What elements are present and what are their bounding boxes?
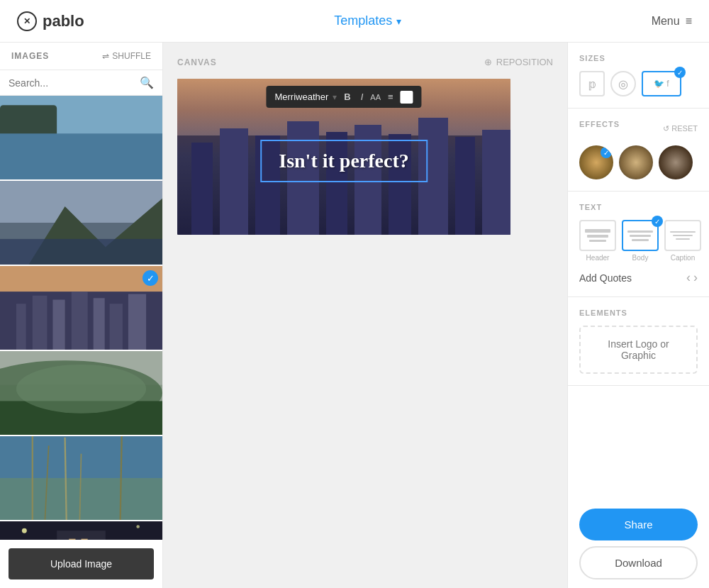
images-grid: ✓ <box>0 96 162 540</box>
bold-button[interactable]: B <box>341 90 353 104</box>
text-label-caption: Caption <box>671 254 695 262</box>
list-item[interactable] <box>0 436 162 521</box>
canvas-text: Isn't it perfect? <box>279 150 409 172</box>
text-option-caption[interactable]: Caption <box>664 220 701 262</box>
menu-button[interactable]: Menu ≡ <box>652 15 692 28</box>
font-name: Merriweather <box>274 91 328 102</box>
insert-logo-button[interactable]: Insert Logo or Graphic <box>579 326 698 374</box>
text-section: TEXT Header Body <box>568 192 709 297</box>
effect-option-1[interactable]: ✓ <box>579 145 613 179</box>
facebook-icon: f <box>666 79 669 89</box>
templates-button[interactable]: Templates ▾ <box>334 13 401 28</box>
text-line <box>630 235 651 237</box>
logo-icon: ✕ <box>17 11 37 31</box>
text-option-body[interactable]: Body ✓ <box>622 220 659 262</box>
reposition-icon: ⊕ <box>484 57 492 67</box>
text-line <box>676 238 690 240</box>
svg-point-36 <box>136 525 140 528</box>
sizes-section: SIZES 𝕡 ◎ 🐦 f <box>568 43 709 109</box>
reposition-button[interactable]: ⊕ REPOSITION <box>484 57 553 67</box>
download-label: Download <box>615 557 662 569</box>
image-city <box>0 266 162 350</box>
svg-rect-2 <box>0 133 162 179</box>
text-line <box>673 235 693 236</box>
text-options: Header Body ✓ <box>579 220 698 262</box>
svg-rect-23 <box>0 478 162 520</box>
quotes-next-button[interactable]: › <box>693 270 698 285</box>
text-label-header: Header <box>586 254 610 262</box>
svg-rect-31 <box>69 539 75 540</box>
twitter-bird-icon: 🐦 <box>654 79 664 89</box>
size-option-twitter[interactable]: 🐦 f ✓ <box>642 71 681 96</box>
svg-rect-49 <box>482 130 510 235</box>
text-option-header[interactable]: Header <box>579 220 616 262</box>
left-panel: IMAGES ⇌ SHUFFLE 🔍 <box>0 43 163 588</box>
insert-logo-label: Insert Logo or Graphic <box>608 338 669 361</box>
hamburger-icon: ≡ <box>686 15 692 28</box>
image-cliffs <box>0 181 162 265</box>
effects-section: EFFECTS ↺ RESET ✓ <box>568 109 709 192</box>
canvas-label: CANVAS <box>177 57 217 67</box>
list-item[interactable] <box>0 96 162 181</box>
align-icon[interactable]: ≡ <box>385 90 396 104</box>
selected-check: ✓ <box>143 270 158 286</box>
quotes-prev-button[interactable]: ‹ <box>686 270 691 285</box>
text-toolbar: Merriweather ▾ B I AA ≡ <box>266 86 421 108</box>
svg-point-35 <box>22 528 27 533</box>
download-button[interactable]: Download <box>579 546 698 579</box>
svg-rect-16 <box>128 294 146 350</box>
canvas-header: CANVAS ⊕ REPOSITION <box>177 57 553 67</box>
svg-rect-4 <box>0 181 162 223</box>
text-box-header <box>579 220 616 251</box>
right-panel: SIZES 𝕡 ◎ 🐦 f <box>567 43 709 588</box>
elements-title: ELEMENTS <box>579 309 698 317</box>
center-panel: CANVAS ⊕ REPOSITION <box>163 43 567 588</box>
menu-label: Menu <box>652 15 680 28</box>
size-option-instagram[interactable]: ◎ <box>610 71 636 96</box>
svg-rect-30 <box>57 531 106 540</box>
svg-rect-41 <box>220 128 248 235</box>
reset-button[interactable]: ↺ RESET <box>663 124 698 133</box>
svg-rect-11 <box>33 296 48 350</box>
svg-rect-6 <box>0 239 162 265</box>
effects-row: ✓ <box>579 145 698 179</box>
svg-rect-15 <box>110 304 123 350</box>
logo-text: pablo <box>43 12 84 30</box>
font-dropdown-icon[interactable]: ▾ <box>333 92 337 102</box>
list-item[interactable] <box>0 521 162 540</box>
list-item[interactable] <box>0 181 162 266</box>
color-picker[interactable] <box>401 91 413 104</box>
italic-button[interactable]: I <box>358 90 367 104</box>
header: ✕ pablo Templates ▾ Menu ≡ <box>0 0 709 43</box>
svg-point-21 <box>16 365 146 414</box>
effect-selected-check: ✓ <box>601 147 612 158</box>
canvas-background: Merriweather ▾ B I AA ≡ Isn't it perfect… <box>177 79 510 235</box>
add-quotes-label: Add Quotes <box>579 272 632 284</box>
text-line <box>632 239 649 241</box>
text-line <box>670 231 696 233</box>
effect-option-2[interactable] <box>619 145 653 179</box>
image-ocean <box>0 96 162 179</box>
canvas-area: Merriweather ▾ B I AA ≡ Isn't it perfect… <box>177 79 510 235</box>
images-title: IMAGES <box>11 51 49 61</box>
effects-title: EFFECTS <box>579 120 620 128</box>
font-size-toggle[interactable]: AA <box>370 93 381 101</box>
elements-section: ELEMENTS Insert Logo or Graphic <box>568 297 709 386</box>
canvas-text-box[interactable]: Isn't it perfect? <box>260 140 428 182</box>
svg-rect-10 <box>16 304 26 350</box>
list-item[interactable]: ✓ <box>0 266 162 351</box>
templates-label: Templates <box>334 13 392 28</box>
pinterest-icon: 𝕡 <box>588 77 596 91</box>
list-item[interactable] <box>0 351 162 436</box>
share-button[interactable]: Share <box>579 509 698 540</box>
image-forest <box>0 351 162 435</box>
effect-option-3[interactable] <box>659 145 693 179</box>
text-title: TEXT <box>579 203 698 211</box>
search-input[interactable] <box>9 77 140 89</box>
upload-image-button[interactable]: Upload Image <box>9 548 154 579</box>
panel-header: IMAGES ⇌ SHUFFLE <box>0 43 162 70</box>
logo: ✕ pablo <box>17 11 84 31</box>
sizes-title: SIZES <box>579 54 698 62</box>
size-option-pinterest[interactable]: 𝕡 <box>579 71 605 96</box>
shuffle-button[interactable]: ⇌ SHUFFLE <box>102 51 151 61</box>
